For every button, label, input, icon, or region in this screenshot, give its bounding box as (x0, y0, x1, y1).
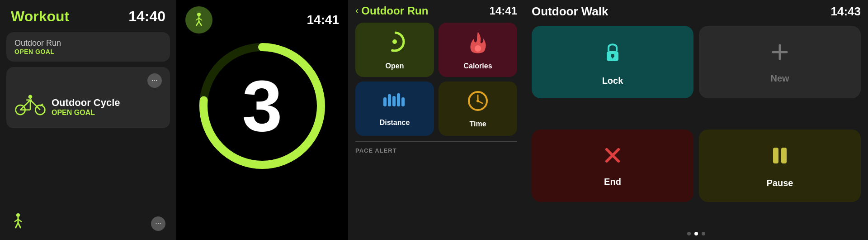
panel1-time: 14:40 (128, 8, 165, 25)
svg-point-24 (392, 39, 397, 44)
cycle-icon (14, 91, 46, 122)
outdoor-run-name: Outdoor Run (14, 38, 61, 48)
metric-calories-button[interactable]: Calories (439, 23, 517, 77)
panel4-time: 14:43 (831, 5, 861, 19)
cycle-goal: OPEN GOAL (52, 109, 120, 117)
dot-3 (702, 232, 705, 235)
svg-rect-28 (392, 96, 396, 106)
panel1-title: Workout (11, 8, 69, 25)
metric-time-label: Time (469, 120, 486, 128)
lock-icon (601, 38, 624, 71)
panel3-time: 14:41 (490, 5, 517, 17)
svg-rect-42 (773, 148, 778, 163)
metric-time-button[interactable]: Time (439, 82, 517, 136)
outdoor-run-item[interactable]: Outdoor Run OPEN GOAL (6, 32, 170, 62)
end-label: End (604, 177, 621, 187)
dot-1 (687, 232, 691, 235)
svg-point-9 (16, 213, 20, 217)
control-grid: Lock New End (532, 26, 861, 227)
metric-open-label: Open (386, 62, 404, 70)
svg-point-25 (475, 45, 481, 52)
dot-2 (694, 232, 698, 235)
lock-button[interactable]: Lock (532, 26, 693, 98)
walk-dots-icon: ··· (155, 220, 161, 228)
panel3-header: ‹ Outdoor Run 14:41 (355, 5, 517, 17)
pace-alert-text: PACE ALERT (355, 147, 397, 154)
svg-line-19 (196, 21, 199, 26)
outdoor-walk-panel: Outdoor Walk 14:43 Lock (524, 0, 868, 240)
metric-grid: Open Calories (355, 23, 517, 136)
panel3-title: Outdoor Run (361, 5, 428, 17)
cycle-name: Outdoor Cycle (52, 97, 120, 109)
svg-rect-43 (781, 148, 787, 163)
metric-distance-label: Distance (380, 119, 410, 127)
countdown-number: 3 (242, 70, 283, 142)
countdown-panel: 14:41 3 (176, 0, 348, 240)
panel4-header: Outdoor Walk 14:43 (532, 5, 861, 19)
metric-distance-button[interactable]: Distance (355, 82, 434, 136)
svg-point-15 (197, 13, 201, 16)
svg-rect-27 (388, 94, 391, 106)
calories-icon (468, 29, 488, 58)
end-icon (601, 144, 624, 172)
svg-point-8 (28, 95, 33, 99)
cycle-dots-button[interactable]: ··· (147, 73, 162, 88)
panel1-bottom: ··· (0, 207, 176, 240)
outdoor-cycle-item[interactable]: ··· (6, 67, 170, 128)
pause-label: Pause (767, 178, 793, 188)
new-button[interactable]: New (699, 26, 861, 98)
time-icon (467, 90, 489, 116)
svg-rect-29 (397, 93, 400, 106)
page-dots (532, 232, 861, 235)
end-button[interactable]: End (532, 130, 693, 202)
svg-line-13 (15, 223, 18, 228)
pause-button[interactable]: Pause (699, 130, 861, 202)
pause-icon (769, 143, 791, 173)
panel1-header: Workout 14:40 (0, 0, 176, 29)
panel2-time: 14:41 (307, 13, 339, 27)
metric-calories-label: Calories (463, 62, 492, 70)
open-icon (382, 29, 407, 58)
outdoor-run-panel: ‹ Outdoor Run 14:41 Open (348, 0, 524, 240)
outdoor-run-goal: OPEN GOAL (14, 48, 61, 55)
panel4-title: Outdoor Walk (532, 5, 608, 19)
workout-panel: Workout 14:40 Outdoor Run OPEN GOAL ··· (0, 0, 176, 240)
walk-icon (11, 213, 25, 235)
metric-open-button[interactable]: Open (355, 23, 434, 77)
plus-icon (769, 41, 791, 69)
countdown-ring: 3 (194, 38, 330, 174)
new-label: New (770, 73, 789, 84)
pace-alert-bar: PACE ALERT (355, 141, 517, 154)
distance-icon (381, 91, 408, 115)
svg-line-14 (18, 223, 21, 228)
svg-rect-30 (401, 97, 405, 106)
run-icon-circle (185, 6, 212, 34)
back-button[interactable]: ‹ (355, 5, 359, 17)
walk-dots-button[interactable]: ··· (151, 216, 165, 231)
lock-label: Lock (602, 76, 623, 86)
dots-icon: ··· (151, 77, 157, 85)
svg-line-20 (199, 21, 202, 26)
svg-rect-26 (383, 97, 387, 106)
panel2-header: 14:41 (176, 6, 348, 34)
